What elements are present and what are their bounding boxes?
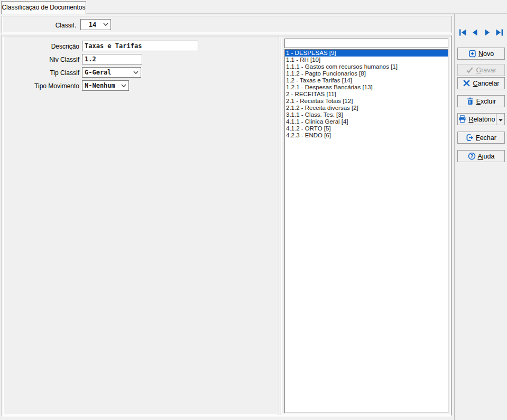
relatorio-button[interactable]: Relatório <box>457 113 496 125</box>
cancelar-button[interactable]: Cancelar <box>457 77 505 89</box>
exit-icon <box>466 134 474 142</box>
excluir-label: Excluir <box>476 98 496 105</box>
tip-classif-label: Tip Classif <box>3 69 79 77</box>
descricao-input[interactable] <box>82 41 198 51</box>
svg-text:?: ? <box>470 154 473 159</box>
classif-band: Classif. 14 <box>2 16 452 33</box>
relatorio-label: Relatório <box>468 116 495 123</box>
tipo-movimento-value: N-Nenhum <box>82 82 121 89</box>
list-item[interactable]: 2.1 - Receitas Totais [12] <box>285 98 448 105</box>
previous-record-icon <box>471 29 479 38</box>
classification-listbox[interactable]: 1 - DESPESAS [9] 1.1 - RH [10] 1.1.1 - G… <box>284 49 448 413</box>
tabstrip: Classificação de Documentos <box>0 0 507 14</box>
gravar-button[interactable]: Gravar <box>457 64 505 76</box>
list-item[interactable]: 1 - DESPESAS [9] <box>285 50 448 57</box>
classification-window: Classificação de Documentos Classif. 14 … <box>0 0 507 420</box>
list-item[interactable]: 2.1.2 - Receita diversas [2] <box>285 105 448 111</box>
list-item[interactable]: 1.1.1 - Gastos com recursos humanos [1] <box>285 63 448 70</box>
list-item[interactable]: 4.1.1 - Clinica Geral [4] <box>285 118 448 125</box>
novo-button[interactable]: Novo <box>457 48 505 60</box>
excluir-button[interactable]: Excluir <box>457 95 505 107</box>
previous-record-button[interactable] <box>471 29 479 38</box>
list-search-input[interactable] <box>284 39 448 48</box>
dropdown-arrow-icon <box>499 116 503 123</box>
classif-select[interactable]: 14 <box>80 19 111 30</box>
chevron-down-icon <box>103 23 108 26</box>
tabstrip-divider <box>86 13 507 14</box>
list-item[interactable]: 1.2 - Taxas e Tarifas [14] <box>285 77 448 84</box>
tab-classificacao-de-documentos[interactable]: Classificação de Documentos <box>1 1 86 14</box>
niv-classif-input[interactable] <box>82 54 142 64</box>
tab-title: Classificação de Documentos <box>2 4 85 11</box>
tip-classif-select[interactable]: G-Geral <box>82 67 141 78</box>
list-item[interactable]: 3.1.1 - Class. Tes. [3] <box>285 111 448 118</box>
new-record-icon <box>468 50 476 58</box>
list-item[interactable]: 2 - RECEITAS [11] <box>285 91 448 98</box>
save-check-icon <box>466 66 474 74</box>
action-sidebar: Novo Gravar Cancelar Excluir <box>454 14 507 420</box>
record-navigator <box>455 29 507 38</box>
classif-label: Classif. <box>2 22 76 29</box>
tipo-movimento-label: Tipo Movimento <box>3 82 79 90</box>
cancelar-label: Cancelar <box>473 80 499 87</box>
trash-icon <box>466 97 474 105</box>
next-record-button[interactable] <box>483 29 491 38</box>
last-record-button[interactable] <box>495 29 503 38</box>
descricao-label: Descrição <box>3 43 79 50</box>
list-item[interactable]: 4.1.2 - ORTO [5] <box>285 125 448 132</box>
list-panel: 1 - DESPESAS [9] 1.1 - RH [10] 1.1.1 - G… <box>281 36 451 415</box>
list-item[interactable]: 4.2.3 - ENDO [6] <box>285 132 448 139</box>
ajuda-label: Ajuda <box>478 153 495 160</box>
relatorio-split-button: Relatório <box>457 113 505 125</box>
main-panel: Descrição Niv Classif Tip Classif G-Gera… <box>2 35 452 416</box>
last-record-icon <box>495 29 503 38</box>
cancel-x-icon <box>463 79 471 87</box>
gravar-label: Gravar <box>476 67 496 74</box>
list-item[interactable]: 1.2.1 - Despesas Bancárias [13] <box>285 84 448 91</box>
fechar-label: Fechar <box>476 134 496 142</box>
tip-classif-value: G-Geral <box>82 69 133 76</box>
help-icon: ? <box>468 152 476 160</box>
chevron-down-icon <box>121 84 126 88</box>
list-item[interactable]: 1.1 - RH [10] <box>285 57 448 63</box>
ajuda-button[interactable]: ? Ajuda <box>457 150 505 162</box>
relatorio-dropdown-button[interactable] <box>496 113 505 125</box>
first-record-button[interactable] <box>459 29 467 38</box>
first-record-icon <box>459 29 467 38</box>
fechar-button[interactable]: Fechar <box>457 132 505 144</box>
form-panel: Descrição Niv Classif Tip Classif G-Gera… <box>3 36 279 415</box>
next-record-icon <box>483 29 491 38</box>
novo-label: Novo <box>478 50 494 58</box>
chevron-down-icon <box>133 71 139 74</box>
list-item[interactable]: 1.1.2 - Pagto Funcionarios [8] <box>285 70 448 77</box>
niv-classif-label: Niv Classif <box>3 56 79 63</box>
tipo-movimento-select[interactable]: N-Nenhum <box>82 80 129 91</box>
printer-icon <box>458 115 466 123</box>
classif-value: 14 <box>81 21 103 29</box>
